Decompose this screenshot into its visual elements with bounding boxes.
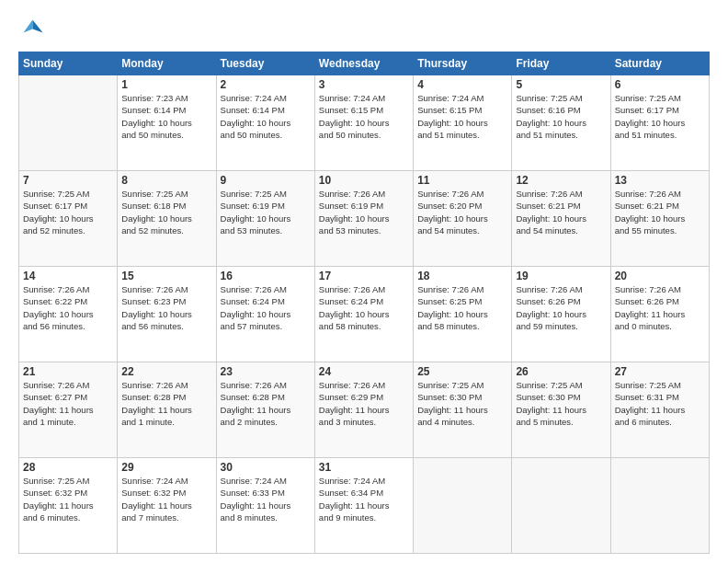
logo-icon xyxy=(18,15,44,40)
day-info: Sunrise: 7:26 AM Sunset: 6:25 PM Dayligh… xyxy=(417,283,507,332)
header-cell-thursday: Thursday xyxy=(414,52,512,75)
day-cell: 23Sunrise: 7:26 AM Sunset: 6:28 PM Dayli… xyxy=(216,362,314,458)
day-info: Sunrise: 7:26 AM Sunset: 6:20 PM Dayligh… xyxy=(417,188,507,236)
day-cell: 27Sunrise: 7:25 AM Sunset: 6:31 PM Dayli… xyxy=(610,362,709,458)
day-number: 18 xyxy=(417,270,507,282)
svg-marker-1 xyxy=(24,20,33,33)
day-number: 23 xyxy=(221,365,311,378)
day-number: 2 xyxy=(221,78,311,91)
day-cell: 4Sunrise: 7:24 AM Sunset: 6:15 PM Daylig… xyxy=(414,75,512,171)
day-cell: 17Sunrise: 7:26 AM Sunset: 6:24 PM Dayli… xyxy=(314,267,413,362)
logo xyxy=(18,15,48,40)
day-number: 22 xyxy=(121,365,211,378)
header-row: SundayMondayTuesdayWednesdayThursdayFrid… xyxy=(19,52,710,75)
day-info: Sunrise: 7:26 AM Sunset: 6:19 PM Dayligh… xyxy=(319,188,409,236)
day-cell: 28Sunrise: 7:25 AM Sunset: 6:32 PM Dayli… xyxy=(19,458,118,554)
day-cell: 25Sunrise: 7:25 AM Sunset: 6:30 PM Dayli… xyxy=(414,362,512,458)
day-number: 26 xyxy=(516,365,606,378)
day-info: Sunrise: 7:26 AM Sunset: 6:21 PM Dayligh… xyxy=(615,188,705,236)
day-number: 27 xyxy=(615,365,705,378)
page: SundayMondayTuesdayWednesdayThursdayFrid… xyxy=(0,0,728,563)
day-info: Sunrise: 7:26 AM Sunset: 6:26 PM Dayligh… xyxy=(615,283,705,332)
day-number: 30 xyxy=(221,461,311,474)
day-cell: 15Sunrise: 7:26 AM Sunset: 6:23 PM Dayli… xyxy=(118,267,216,362)
header-cell-tuesday: Tuesday xyxy=(216,52,314,75)
day-cell: 31Sunrise: 7:24 AM Sunset: 6:34 PM Dayli… xyxy=(314,458,413,554)
day-number: 19 xyxy=(516,270,606,282)
week-row-2: 7Sunrise: 7:25 AM Sunset: 6:17 PM Daylig… xyxy=(19,171,710,267)
day-cell: 30Sunrise: 7:24 AM Sunset: 6:33 PM Dayli… xyxy=(216,458,314,554)
day-info: Sunrise: 7:26 AM Sunset: 6:27 PM Dayligh… xyxy=(23,379,113,428)
day-info: Sunrise: 7:24 AM Sunset: 6:15 PM Dayligh… xyxy=(319,92,409,141)
day-number: 20 xyxy=(615,270,705,282)
day-number: 13 xyxy=(615,174,705,187)
day-cell: 19Sunrise: 7:26 AM Sunset: 6:26 PM Dayli… xyxy=(512,267,610,362)
day-info: Sunrise: 7:26 AM Sunset: 6:24 PM Dayligh… xyxy=(221,283,311,332)
day-number: 3 xyxy=(319,78,409,91)
header-cell-wednesday: Wednesday xyxy=(314,52,413,75)
day-cell: 22Sunrise: 7:26 AM Sunset: 6:28 PM Dayli… xyxy=(118,362,216,458)
day-info: Sunrise: 7:25 AM Sunset: 6:30 PM Dayligh… xyxy=(417,379,507,428)
day-cell: 13Sunrise: 7:26 AM Sunset: 6:21 PM Dayli… xyxy=(610,171,709,267)
day-number: 8 xyxy=(121,174,211,187)
day-cell: 7Sunrise: 7:25 AM Sunset: 6:17 PM Daylig… xyxy=(19,171,118,267)
day-info: Sunrise: 7:25 AM Sunset: 6:17 PM Dayligh… xyxy=(23,188,113,236)
day-info: Sunrise: 7:25 AM Sunset: 6:16 PM Dayligh… xyxy=(516,92,606,141)
day-cell: 10Sunrise: 7:26 AM Sunset: 6:19 PM Dayli… xyxy=(314,171,413,267)
day-number: 6 xyxy=(615,78,705,91)
week-row-4: 21Sunrise: 7:26 AM Sunset: 6:27 PM Dayli… xyxy=(19,362,710,458)
day-info: Sunrise: 7:25 AM Sunset: 6:17 PM Dayligh… xyxy=(615,92,705,141)
day-info: Sunrise: 7:25 AM Sunset: 6:18 PM Dayligh… xyxy=(121,188,211,236)
day-cell xyxy=(19,75,118,171)
day-number: 9 xyxy=(221,174,311,187)
day-info: Sunrise: 7:26 AM Sunset: 6:26 PM Dayligh… xyxy=(516,283,606,332)
day-info: Sunrise: 7:26 AM Sunset: 6:23 PM Dayligh… xyxy=(121,283,211,332)
day-number: 11 xyxy=(417,174,507,187)
day-number: 5 xyxy=(516,78,606,91)
day-info: Sunrise: 7:26 AM Sunset: 6:21 PM Dayligh… xyxy=(516,188,606,236)
day-info: Sunrise: 7:24 AM Sunset: 6:15 PM Dayligh… xyxy=(417,92,507,141)
day-number: 21 xyxy=(23,365,113,378)
day-cell: 16Sunrise: 7:26 AM Sunset: 6:24 PM Dayli… xyxy=(216,267,314,362)
day-number: 7 xyxy=(23,174,113,187)
day-number: 12 xyxy=(516,174,606,187)
day-number: 25 xyxy=(417,365,507,378)
day-info: Sunrise: 7:26 AM Sunset: 6:22 PM Dayligh… xyxy=(23,283,113,332)
day-info: Sunrise: 7:23 AM Sunset: 6:14 PM Dayligh… xyxy=(121,92,211,141)
day-info: Sunrise: 7:25 AM Sunset: 6:19 PM Dayligh… xyxy=(221,188,311,236)
day-cell: 6Sunrise: 7:25 AM Sunset: 6:17 PM Daylig… xyxy=(610,75,709,171)
day-info: Sunrise: 7:25 AM Sunset: 6:30 PM Dayligh… xyxy=(516,379,606,428)
calendar-header: SundayMondayTuesdayWednesdayThursdayFrid… xyxy=(19,52,710,75)
day-cell: 3Sunrise: 7:24 AM Sunset: 6:15 PM Daylig… xyxy=(314,75,413,171)
day-cell xyxy=(414,458,512,554)
day-number: 15 xyxy=(121,270,211,282)
day-info: Sunrise: 7:24 AM Sunset: 6:32 PM Dayligh… xyxy=(121,475,211,523)
day-info: Sunrise: 7:26 AM Sunset: 6:29 PM Dayligh… xyxy=(319,379,409,428)
header-cell-friday: Friday xyxy=(512,52,610,75)
day-info: Sunrise: 7:26 AM Sunset: 6:24 PM Dayligh… xyxy=(319,283,409,332)
header-cell-saturday: Saturday xyxy=(610,52,709,75)
day-number: 16 xyxy=(221,270,311,282)
day-number: 31 xyxy=(319,461,409,474)
day-cell: 1Sunrise: 7:23 AM Sunset: 6:14 PM Daylig… xyxy=(118,75,216,171)
day-cell: 11Sunrise: 7:26 AM Sunset: 6:20 PM Dayli… xyxy=(414,171,512,267)
day-cell: 8Sunrise: 7:25 AM Sunset: 6:18 PM Daylig… xyxy=(118,171,216,267)
day-cell: 18Sunrise: 7:26 AM Sunset: 6:25 PM Dayli… xyxy=(414,267,512,362)
day-cell: 2Sunrise: 7:24 AM Sunset: 6:14 PM Daylig… xyxy=(216,75,314,171)
day-info: Sunrise: 7:24 AM Sunset: 6:33 PM Dayligh… xyxy=(221,475,311,523)
calendar-body: 1Sunrise: 7:23 AM Sunset: 6:14 PM Daylig… xyxy=(19,75,710,554)
day-number: 24 xyxy=(319,365,409,378)
day-info: Sunrise: 7:24 AM Sunset: 6:34 PM Dayligh… xyxy=(319,475,409,523)
day-cell: 5Sunrise: 7:25 AM Sunset: 6:16 PM Daylig… xyxy=(512,75,610,171)
day-number: 1 xyxy=(121,78,211,91)
day-number: 29 xyxy=(121,461,211,474)
day-cell: 24Sunrise: 7:26 AM Sunset: 6:29 PM Dayli… xyxy=(314,362,413,458)
day-number: 10 xyxy=(319,174,409,187)
week-row-3: 14Sunrise: 7:26 AM Sunset: 6:22 PM Dayli… xyxy=(19,267,710,362)
day-cell: 29Sunrise: 7:24 AM Sunset: 6:32 PM Dayli… xyxy=(118,458,216,554)
day-info: Sunrise: 7:26 AM Sunset: 6:28 PM Dayligh… xyxy=(221,379,311,428)
header xyxy=(18,15,710,40)
day-cell: 9Sunrise: 7:25 AM Sunset: 6:19 PM Daylig… xyxy=(216,171,314,267)
day-number: 17 xyxy=(319,270,409,282)
week-row-5: 28Sunrise: 7:25 AM Sunset: 6:32 PM Dayli… xyxy=(19,458,710,554)
